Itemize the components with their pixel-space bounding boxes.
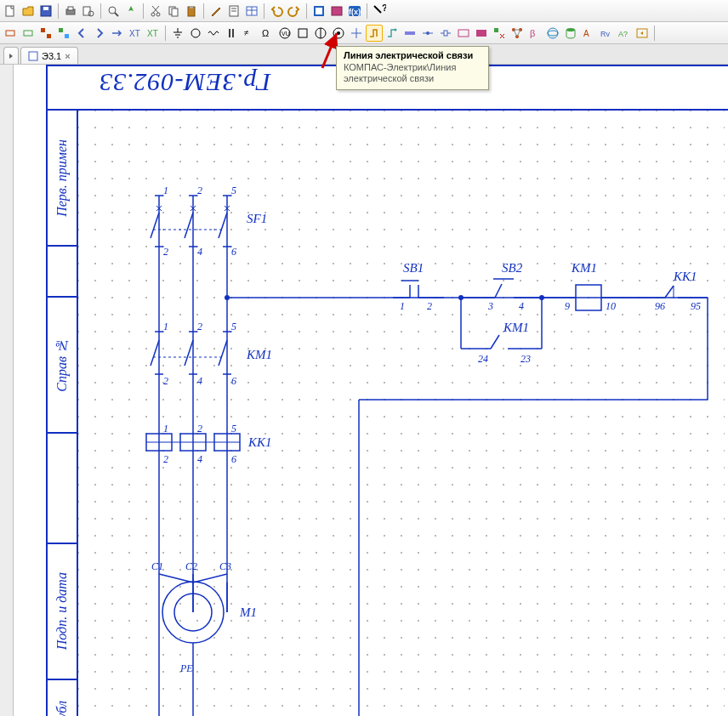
a1-icon[interactable]: A [580, 25, 597, 42]
circle-icon[interactable] [187, 25, 204, 42]
sb23[interactable] [1, 366, 13, 378]
sq-icon[interactable] [294, 25, 311, 42]
tag-icon[interactable] [473, 25, 490, 42]
ungroup-icon[interactable] [55, 25, 72, 42]
brush-icon[interactable] [208, 3, 225, 20]
sb7[interactable] [1, 148, 13, 160]
go-icon[interactable] [634, 25, 651, 42]
ground-icon[interactable] [169, 25, 186, 42]
circ-icon[interactable] [312, 25, 329, 42]
svg-text:6: 6 [231, 246, 236, 258]
sb10[interactable] [1, 189, 13, 201]
back-icon[interactable] [73, 25, 90, 42]
manager-icon[interactable] [310, 3, 327, 20]
document-tab[interactable]: Э3.1 × [20, 47, 78, 64]
paste-icon[interactable] [183, 3, 200, 20]
bus-icon[interactable] [401, 25, 418, 42]
svg-text:?: ? [382, 4, 386, 13]
save-icon[interactable] [37, 3, 54, 20]
open-file-icon[interactable] [20, 3, 37, 20]
drawing-canvas[interactable]: Перв. примен Справ № Подп. и дата дубл Г… [14, 65, 728, 716]
fwd-icon[interactable] [91, 25, 108, 42]
group-icon[interactable] [37, 25, 54, 42]
sb8[interactable] [1, 162, 13, 173]
sb21[interactable] [1, 338, 13, 350]
sb4[interactable] [1, 107, 13, 119]
svg-text:10: 10 [606, 300, 616, 312]
svg-text:Ω: Ω [262, 28, 269, 38]
svg-rect-14 [190, 6, 193, 9]
svg-text:5: 5 [231, 321, 236, 332]
del1-icon[interactable] [491, 25, 508, 42]
xt-icon[interactable]: XT [127, 25, 144, 42]
sb6[interactable] [1, 134, 13, 146]
properties-icon[interactable] [225, 3, 242, 20]
svg-line-166 [665, 286, 674, 298]
sb17[interactable] [1, 284, 13, 296]
sb22[interactable] [1, 352, 13, 364]
db-icon[interactable] [562, 25, 579, 42]
rv-icon[interactable]: Rv [598, 25, 615, 42]
cut-icon[interactable] [147, 3, 164, 20]
sb5[interactable] [1, 121, 13, 133]
net-icon[interactable] [509, 25, 526, 42]
sb1[interactable] [1, 66, 13, 78]
tab-close-icon[interactable]: × [65, 51, 70, 61]
new-file-icon[interactable] [2, 3, 19, 20]
svg-text:96: 96 [655, 300, 665, 312]
elem1-icon[interactable] [2, 25, 19, 42]
redo-icon[interactable] [286, 3, 303, 20]
elem2-icon[interactable] [20, 25, 37, 42]
print-icon[interactable] [62, 3, 79, 20]
fx-icon[interactable]: f(x) [346, 3, 363, 20]
conn2-icon[interactable] [437, 25, 454, 42]
cap-icon[interactable] [223, 25, 240, 42]
coil-icon[interactable] [205, 25, 222, 42]
schematic-drawing: 1 2 5 SF1 2 4 6 1 2 5 [78, 111, 725, 716]
sb11[interactable] [1, 202, 13, 214]
omega-icon[interactable]: Ω [259, 25, 276, 42]
globe-icon[interactable] [544, 25, 561, 42]
svg-rect-61 [476, 30, 483, 37]
separator [264, 3, 264, 19]
plus-icon[interactable] [348, 25, 365, 42]
xt2-icon[interactable]: XT [145, 25, 162, 42]
beta-icon[interactable]: β [526, 25, 543, 42]
nav-icon[interactable] [122, 3, 139, 20]
sb9[interactable] [1, 175, 13, 187]
sb15[interactable] [1, 257, 13, 269]
line2-icon[interactable] [384, 25, 401, 42]
tab-nav[interactable] [3, 47, 19, 64]
sb14[interactable] [1, 243, 13, 255]
sb24[interactable] [1, 379, 13, 391]
label-icon[interactable] [455, 25, 472, 42]
dot-icon[interactable] [330, 25, 347, 42]
help-icon[interactable]: ? [371, 3, 388, 20]
copy-icon[interactable] [165, 3, 182, 20]
sb20[interactable] [1, 325, 13, 337]
sb19[interactable] [1, 311, 13, 323]
svg-text:Rv: Rv [600, 30, 610, 38]
svg-rect-4 [68, 7, 73, 10]
print-preview-icon[interactable] [80, 3, 97, 20]
library-icon[interactable] [328, 3, 345, 20]
svg-text:SF1: SF1 [247, 212, 267, 225]
undo-icon[interactable] [268, 3, 285, 20]
vu-icon[interactable]: VU [276, 25, 293, 42]
sb3[interactable] [1, 94, 13, 105]
svg-rect-60 [458, 30, 469, 37]
electrical-line-button[interactable] [366, 25, 383, 42]
sb16[interactable] [1, 270, 13, 282]
conn1-icon[interactable] [419, 25, 436, 42]
svg-line-87 [219, 213, 227, 238]
svg-line-104 [151, 340, 159, 366]
sb13[interactable] [1, 230, 13, 242]
table-icon[interactable] [243, 3, 260, 20]
sb18[interactable] [1, 298, 13, 310]
ne-icon[interactable]: ≠ [241, 25, 258, 42]
a2-icon[interactable]: A? [616, 25, 633, 42]
zoom-icon[interactable] [105, 3, 122, 20]
sb2[interactable] [1, 80, 13, 92]
rightarrow-icon[interactable] [109, 25, 126, 42]
sb12[interactable] [1, 216, 13, 228]
